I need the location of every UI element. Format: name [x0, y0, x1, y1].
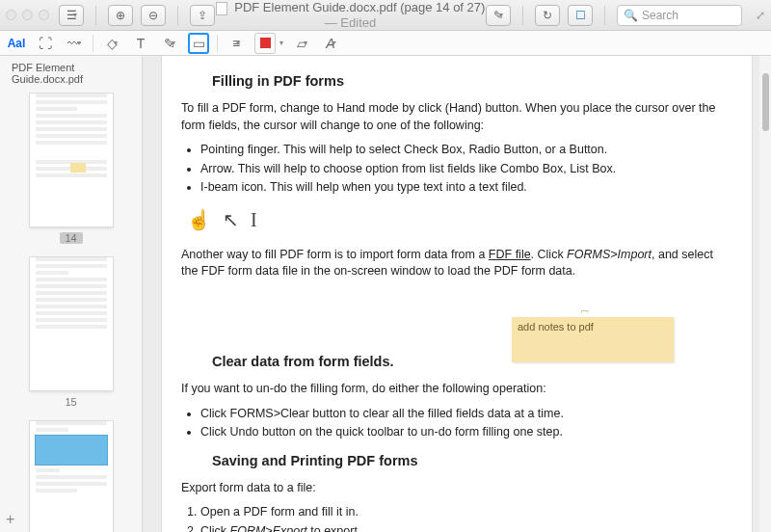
thumbnail-sidebar: PDF Element Guide.docx.pdf 14 15 + [0, 56, 143, 532]
list-item: Open a PDF form and fill it in. [200, 504, 729, 521]
document-viewport[interactable]: Filling in PDF forms To fill a PDF form,… [143, 56, 771, 532]
para-import: Another way to fill PDF form is to impor… [181, 247, 729, 280]
sticky-note[interactable]: ⎴ add notes to pdf [512, 317, 674, 362]
para-undo: If you want to un-do the filling form, d… [181, 381, 729, 398]
list-item: Click FORM>Export to export [200, 523, 729, 532]
cursor-list: Pointing finger. This will help to selec… [200, 142, 729, 197]
vertical-scrollbar[interactable] [759, 56, 771, 532]
zoom-window-button[interactable] [39, 10, 49, 20]
sidebar-toggle-button[interactable]: ☰▾ [59, 5, 84, 26]
window-title: PDF Element Guide.docx.pdf (page 14 of 2… [215, 0, 486, 30]
page-number-14: 14 [60, 232, 83, 244]
scrollbar-thumb[interactable] [762, 73, 769, 131]
sketch-tool[interactable]: 〰▾ [64, 33, 85, 54]
markup-button[interactable]: ☐ [568, 5, 593, 26]
rotate-button[interactable]: ↻ [535, 5, 560, 26]
page-content: Filling in PDF forms To fill a PDF form,… [162, 56, 752, 532]
zoom-in-button[interactable]: ⊕ [108, 5, 133, 26]
shapes-tool[interactable]: ◇▾ [101, 33, 122, 54]
hand-cursor-icon: ☝ [187, 206, 211, 233]
annotation-toolbar: AaI ⛶ 〰▾ ◇▾ T ✎▾ ▭ ≡▾ ▾ ▱▾ A▾ [0, 31, 771, 56]
export-steps: Open a PDF form and fill it in. Click FO… [200, 504, 729, 532]
note-indicator-icon [70, 163, 86, 173]
heading-filling: Filling in PDF forms [212, 71, 729, 91]
thumbnail-page-16[interactable] [30, 421, 113, 532]
ibeam-cursor-icon: I [251, 206, 257, 233]
para-export: Export form data to a file: [181, 480, 729, 497]
search-placeholder: Search [642, 9, 678, 22]
list-item: Click Undo button on the quick toolbar t… [200, 424, 729, 441]
minimize-window-button[interactable] [22, 10, 33, 20]
document-icon [216, 2, 227, 15]
search-icon: 🔍 [624, 9, 638, 22]
zoom-out-button[interactable]: ⊖ [141, 5, 166, 26]
cursor-icons: ☝ ↖ I [187, 206, 729, 233]
close-window-button[interactable] [6, 10, 16, 20]
highlight-button[interactable]: ✎▾ [486, 5, 511, 26]
search-field[interactable]: 🔍 Search [617, 5, 742, 26]
window-controls [6, 10, 49, 20]
note-tool[interactable]: ▭ [188, 33, 209, 54]
add-page-button[interactable]: + [6, 511, 14, 528]
edited-indicator: — Edited [325, 15, 376, 30]
list-item: Click FORMS>Clear button to clear all th… [200, 406, 729, 423]
line-style-tool[interactable]: ≡▾ [226, 33, 247, 54]
select-tool[interactable]: ⛶ [35, 33, 56, 54]
window-titlebar: ☰▾ ⊕ ⊖ ⇪ PDF Element Guide.docx.pdf (pag… [0, 0, 771, 31]
fill-color-tool[interactable]: ▱▾ [291, 33, 312, 54]
list-item: Pointing finger. This will help to selec… [200, 142, 729, 159]
list-item: Arrow. This will help to choose option f… [200, 161, 729, 178]
share-button[interactable]: ⇪ [190, 5, 215, 26]
fullscreen-icon[interactable]: ⤢ [756, 9, 765, 22]
heading-saving: Saving and Printing PDF forms [212, 451, 729, 470]
page-number-15: 15 [8, 396, 134, 408]
arrow-cursor-icon: ↖ [223, 206, 239, 233]
main-area: PDF Element Guide.docx.pdf 14 15 + [0, 56, 771, 532]
text-style-tool[interactable]: AaI [6, 33, 27, 54]
border-color-tool[interactable] [254, 33, 276, 54]
title-text: PDF Element Guide.docx.pdf (page 14 of 2… [234, 0, 485, 14]
sidebar-filename: PDF Element Guide.docx.pdf [8, 60, 134, 91]
list-item: I-beam icon. This will help when you typ… [200, 179, 729, 197]
para-intro: To fill a PDF form, change to Hand mode … [181, 100, 729, 134]
thumbnail-page-14[interactable] [30, 93, 113, 226]
text-tool[interactable]: T [130, 33, 151, 54]
font-style-tool[interactable]: A▾ [320, 33, 341, 54]
note-anchor-icon: ⎴ [581, 309, 588, 323]
thumbnail-page-15[interactable] [30, 257, 113, 390]
sign-tool[interactable]: ✎▾ [159, 33, 180, 54]
clear-list: Click FORMS>Clear button to clear all th… [200, 406, 729, 441]
